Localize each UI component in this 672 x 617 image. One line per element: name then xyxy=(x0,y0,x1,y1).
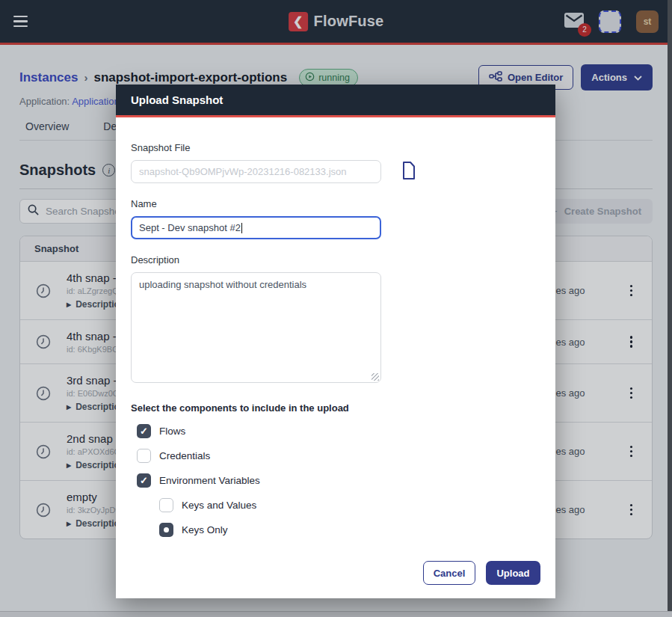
document-icon xyxy=(401,162,416,182)
description-label: Description xyxy=(131,254,540,265)
radio-selected-icon[interactable] xyxy=(159,523,173,537)
browse-file-button[interactable] xyxy=(401,162,416,182)
snapshot-file-input[interactable] xyxy=(131,160,381,183)
upload-snapshot-dialog: Upload Snapshot Snapshot File Name Sept … xyxy=(116,85,555,598)
description-textarea[interactable]: uploading snapshot without credentials xyxy=(131,272,381,383)
checkbox-keys-and-values[interactable]: Keys and Values xyxy=(159,498,540,512)
cancel-button[interactable]: Cancel xyxy=(423,561,475,585)
app-screen: ❮ FlowFuse 2 st Instances › snapshot-imp… xyxy=(0,0,672,617)
window-bottom-edge xyxy=(0,611,672,617)
radio-keys-only[interactable]: Keys Only xyxy=(159,523,540,537)
checkbox-flows[interactable]: ✓ Flows xyxy=(137,424,540,438)
dialog-body: Snapshot File Name Sept - Dev snapshot #… xyxy=(116,117,555,561)
dialog-title: Upload Snapshot xyxy=(116,85,555,117)
text-caret xyxy=(241,223,242,233)
name-label: Name xyxy=(131,198,540,209)
checkbox-unchecked-icon[interactable] xyxy=(159,498,173,512)
checkbox-environment-variables[interactable]: ✓ Environment Variables xyxy=(137,473,540,488)
upload-button[interactable]: Upload xyxy=(486,561,540,585)
resize-handle-icon[interactable] xyxy=(372,373,379,381)
window-right-edge xyxy=(668,0,672,617)
components-label: Select the components to include in the … xyxy=(131,402,540,414)
name-input[interactable]: Sept - Dev snapshot #2 xyxy=(131,216,381,239)
checkbox-checked-icon[interactable]: ✓ xyxy=(137,424,151,438)
snapshot-file-label: Snapshot File xyxy=(131,142,540,153)
file-row xyxy=(131,160,540,183)
checkbox-credentials[interactable]: Credentials xyxy=(137,449,540,463)
dialog-footer: Cancel Upload xyxy=(116,561,555,598)
checkbox-unchecked-icon[interactable] xyxy=(137,449,151,463)
checkbox-checked-icon[interactable]: ✓ xyxy=(137,473,151,488)
